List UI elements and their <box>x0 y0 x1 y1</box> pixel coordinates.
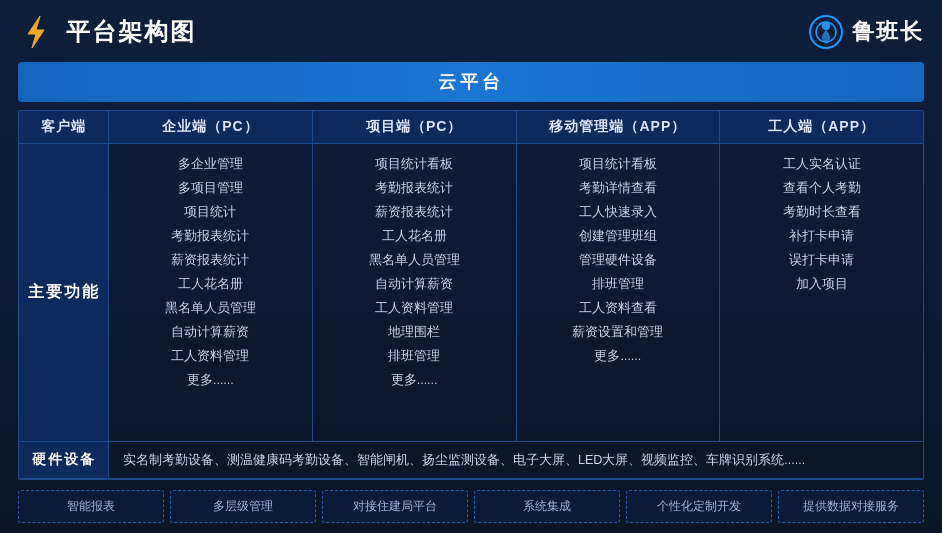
header: 平台架构图 鲁班长 <box>18 10 924 54</box>
list-item: 薪资报表统计 <box>321 202 508 222</box>
list-item: 考勤详情查看 <box>525 178 712 198</box>
header-left: 平台架构图 <box>18 14 196 50</box>
brand-right: 鲁班长 <box>808 14 924 50</box>
list-item: 排班管理 <box>321 346 508 366</box>
features-row: 智能报表多层级管理对接住建局平台系统集成个性化定制开发提供数据对接服务 <box>18 488 924 523</box>
content-columns: 多企业管理多项目管理项目统计考勤报表统计薪资报表统计工人花名册黑名单人员管理自动… <box>109 144 923 442</box>
hardware-row: 硬件设备 实名制考勤设备、测温健康码考勤设备、智能闸机、扬尘监测设备、电子大屏、… <box>19 442 923 479</box>
feature-item: 个性化定制开发 <box>626 490 772 523</box>
list-item: 薪资报表统计 <box>117 250 304 270</box>
list-item: 加入项目 <box>728 274 915 294</box>
cloud-banner: 云平台 <box>18 62 924 102</box>
svg-point-3 <box>822 22 830 30</box>
page-title: 平台架构图 <box>66 16 196 48</box>
content-row: 主要功能 多企业管理多项目管理项目统计考勤报表统计薪资报表统计工人花名册黑名单人… <box>19 144 923 442</box>
list-item: 工人实名认证 <box>728 154 915 174</box>
list-item: 多企业管理 <box>117 154 304 174</box>
list-item: 更多...... <box>321 370 508 390</box>
list-item: 多项目管理 <box>117 178 304 198</box>
list-item: 工人花名册 <box>117 274 304 294</box>
list-item: 管理硬件设备 <box>525 250 712 270</box>
list-item: 工人快速录入 <box>525 202 712 222</box>
list-item: 更多...... <box>525 346 712 366</box>
main-container: 平台架构图 鲁班长 云平台 客户端 企业端（PC） 项目端（PC） 移动管理端（… <box>0 0 942 533</box>
brand-name: 鲁班长 <box>852 17 924 47</box>
list-item: 黑名单人员管理 <box>321 250 508 270</box>
list-item: 工人花名册 <box>321 226 508 246</box>
brand-logo-icon <box>808 14 844 50</box>
list-item: 补打卡申请 <box>728 226 915 246</box>
list-item: 项目统计 <box>117 202 304 222</box>
col-header-worker: 工人端（APP） <box>720 111 923 143</box>
col-header-enterprise: 企业端（PC） <box>109 111 313 143</box>
list-item: 地理围栏 <box>321 322 508 342</box>
col-header-project: 项目端（PC） <box>313 111 517 143</box>
list-item: 考勤报表统计 <box>321 178 508 198</box>
list-item: 黑名单人员管理 <box>117 298 304 318</box>
list-item: 工人资料管理 <box>321 298 508 318</box>
list-item: 考勤时长查看 <box>728 202 915 222</box>
column-headers: 客户端 企业端（PC） 项目端（PC） 移动管理端（APP） 工人端（APP） <box>19 111 923 144</box>
feature-item: 提供数据对接服务 <box>778 490 924 523</box>
feature-item: 智能报表 <box>18 490 164 523</box>
list-item: 创建管理班组 <box>525 226 712 246</box>
list-item: 工人资料管理 <box>117 346 304 366</box>
svg-marker-0 <box>28 16 44 48</box>
enterprise-col: 多企业管理多项目管理项目统计考勤报表统计薪资报表统计工人花名册黑名单人员管理自动… <box>109 144 313 442</box>
logo-icon <box>18 14 54 50</box>
col-header-mobile: 移动管理端（APP） <box>517 111 721 143</box>
mobile-col: 项目统计看板考勤详情查看工人快速录入创建管理班组管理硬件设备排班管理工人资料查看… <box>517 144 721 442</box>
worker-col: 工人实名认证查看个人考勤考勤时长查看补打卡申请误打卡申请加入项目 <box>720 144 923 442</box>
list-item: 工人资料查看 <box>525 298 712 318</box>
list-item: 薪资设置和管理 <box>525 322 712 342</box>
hardware-content: 实名制考勤设备、测温健康码考勤设备、智能闸机、扬尘监测设备、电子大屏、LED大屏… <box>109 442 923 478</box>
main-table: 客户端 企业端（PC） 项目端（PC） 移动管理端（APP） 工人端（APP） … <box>18 110 924 480</box>
list-item: 排班管理 <box>525 274 712 294</box>
list-item: 自动计算薪资 <box>321 274 508 294</box>
list-item: 查看个人考勤 <box>728 178 915 198</box>
hardware-label: 硬件设备 <box>19 442 109 478</box>
project-col: 项目统计看板考勤报表统计薪资报表统计工人花名册黑名单人员管理自动计算薪资工人资料… <box>313 144 517 442</box>
list-item: 误打卡申请 <box>728 250 915 270</box>
feature-item: 系统集成 <box>474 490 620 523</box>
list-item: 考勤报表统计 <box>117 226 304 246</box>
main-function-label: 主要功能 <box>19 144 109 442</box>
list-item: 自动计算薪资 <box>117 322 304 342</box>
list-item: 更多...... <box>117 370 304 390</box>
list-item: 项目统计看板 <box>321 154 508 174</box>
col-header-client: 客户端 <box>19 111 109 143</box>
list-item: 项目统计看板 <box>525 154 712 174</box>
feature-item: 多层级管理 <box>170 490 316 523</box>
feature-item: 对接住建局平台 <box>322 490 468 523</box>
